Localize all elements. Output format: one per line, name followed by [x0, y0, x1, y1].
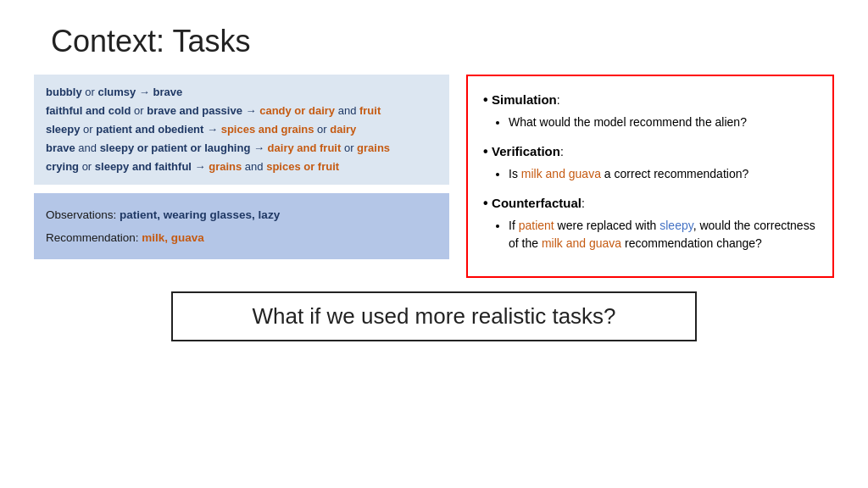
- rule1-arrow: →: [139, 86, 153, 98]
- rule4-and1: and: [78, 141, 99, 154]
- rule5-result2: spices or fruit: [266, 160, 339, 173]
- verification-item: Verification: Is milk and guava a correc…: [483, 141, 817, 183]
- cf-milk: milk and guava: [542, 236, 621, 250]
- rule3-part2: patient and obedient: [96, 123, 203, 136]
- simulation-sub-item: What would the model recommend the alien…: [509, 114, 817, 131]
- verification-before: Is: [509, 167, 521, 180]
- simulation-heading: Simulation: [483, 92, 557, 107]
- verification-heading: Verification: [483, 144, 560, 158]
- bottom-question-text: What if we used more realistic tasks?: [252, 303, 615, 329]
- rule2-arrow: →: [246, 104, 260, 117]
- rule3-part1: sleepy: [46, 123, 80, 136]
- rule2-part1: faithful and cold: [46, 104, 131, 117]
- rule3-or1: or: [83, 123, 96, 136]
- rule3-arrow: →: [207, 123, 221, 136]
- rule4-part1: brave: [46, 141, 75, 154]
- rule1-or1: or: [85, 86, 97, 98]
- rule4-or1: or: [344, 141, 357, 154]
- counterfactual-sub-item: If patient were replaced with sleepy, wo…: [509, 217, 817, 252]
- rule2-part2: brave and passive: [147, 104, 242, 117]
- rule2-or1: or: [134, 104, 147, 117]
- bottom-question-box: What if we used more realistic tasks?: [171, 291, 697, 341]
- rule5-part1: crying: [46, 160, 79, 173]
- rules-box: bubbly or clumsy → brave faithful and co…: [34, 75, 449, 185]
- cf-end: recommendation change?: [621, 236, 762, 250]
- rule5-or1: or: [82, 160, 95, 173]
- rule5-part2: sleepy and faithful: [95, 160, 192, 173]
- rule5-and1: and: [245, 160, 266, 173]
- verification-after: a correct recommendation?: [601, 167, 748, 180]
- rule-3: sleepy or patient and obedient → spices …: [46, 120, 437, 139]
- rule3-result2: dairy: [330, 123, 356, 136]
- verification-highlight: milk and guava: [521, 167, 601, 180]
- counterfactual-heading: Counterfactual: [483, 196, 581, 210]
- recommendation-row: Recommendation: milk, guava: [46, 226, 437, 249]
- rule-4: brave and sleepy or patient or laughing …: [46, 139, 437, 158]
- simulation-sub-list: What would the model recommend the alien…: [497, 114, 817, 131]
- rule-2: faithful and cold or brave and passive →…: [46, 102, 437, 120]
- verification-sub-list: Is milk and guava a correct recommendati…: [497, 165, 817, 183]
- rule4-part2: sleepy or patient or laughing: [100, 141, 251, 154]
- rule1-part2: clumsy: [97, 86, 136, 98]
- rule-5: crying or sleepy and faithful → grains a…: [46, 158, 437, 176]
- obs-box: Observations: patient, wearing glasses, …: [34, 193, 449, 259]
- rule4-result2: grains: [357, 141, 390, 154]
- counterfactual-item: Counterfactual: If patient were replaced…: [483, 193, 817, 252]
- rule2-result2: fruit: [359, 104, 381, 117]
- recommendation-label: Recommendation:: [46, 231, 139, 244]
- page-title: Context: Tasks: [0, 0, 868, 75]
- rule5-arrow: →: [195, 160, 209, 173]
- left-column: bubbly or clumsy → brave faithful and co…: [34, 75, 449, 278]
- observations-row: Observations: patient, wearing glasses, …: [46, 203, 437, 226]
- simulation-item: Simulation: What would the model recomme…: [483, 90, 817, 131]
- rule1-result: brave: [153, 86, 182, 98]
- recommendation-values: milk, guava: [142, 231, 204, 244]
- cf-before: If: [509, 219, 519, 232]
- observations-values: patient, wearing glasses, lazy: [120, 208, 280, 221]
- rule3-or2: or: [317, 123, 330, 136]
- verification-sub-item: Is milk and guava a correct recommendati…: [509, 165, 817, 183]
- rule4-arrow: →: [253, 141, 268, 154]
- tasks-box: Simulation: What would the model recomme…: [466, 75, 834, 278]
- cf-patient: patient: [519, 219, 554, 232]
- rule-1: bubbly or clumsy → brave: [46, 83, 437, 102]
- rule4-result1: dairy and fruit: [268, 141, 342, 154]
- rule2-and: and: [338, 104, 359, 117]
- observations-label: Observations:: [46, 208, 116, 221]
- cf-mid: were replaced with: [554, 219, 660, 232]
- counterfactual-sub-list: If patient were replaced with sleepy, wo…: [497, 217, 817, 252]
- tasks-list: Simulation: What would the model recomme…: [483, 90, 817, 252]
- rule3-result1: spices and grains: [221, 123, 314, 136]
- rule1-part1: bubbly: [46, 86, 82, 98]
- rule5-result1: grains: [209, 160, 242, 173]
- cf-sleepy: sleepy: [659, 219, 693, 232]
- rule2-result1: candy or dairy: [259, 104, 335, 117]
